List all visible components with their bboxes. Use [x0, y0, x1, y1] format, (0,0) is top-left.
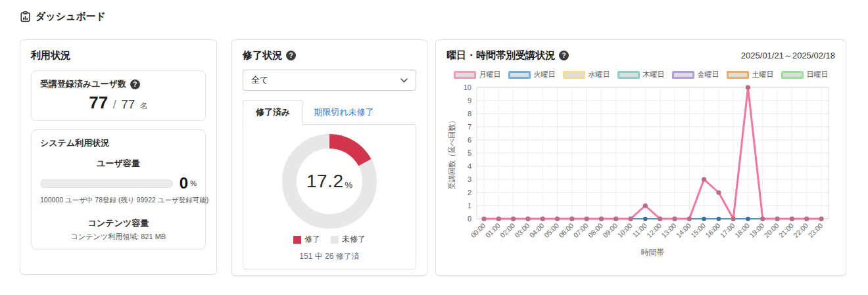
data-point-monday: [555, 216, 560, 221]
content-capacity-caption: コンテンツ利用領域: 821 MB: [40, 232, 197, 242]
tab-completed[interactable]: 修了済み: [243, 100, 303, 125]
data-point-tuesday: [643, 217, 647, 221]
legend-label-thursday: 木曜日: [643, 70, 665, 79]
data-point-monday: [481, 216, 486, 221]
completion-donut-chart: 17.2 %: [280, 132, 379, 231]
svg-text:22:00: 22:00: [792, 221, 809, 239]
y-tick-label: 4: [468, 162, 471, 170]
help-icon[interactable]: [286, 51, 296, 60]
legend-swatch-wednesday: [563, 71, 585, 79]
svg-text:03:00: 03:00: [513, 221, 531, 239]
tab-expired-incomplete[interactable]: 期限切れ未修了: [303, 101, 384, 124]
x-tick-label: 13:00: [660, 221, 677, 239]
data-point-monday: [658, 216, 662, 221]
data-point-monday: [614, 216, 618, 221]
x-tick-label: 22:00: [792, 221, 809, 239]
svg-text:15:00: 15:00: [689, 221, 707, 239]
registered-users-unit: 名: [140, 101, 148, 110]
svg-text:14:00: 14:00: [675, 221, 692, 239]
user-capacity-percent-unit: %: [190, 179, 197, 187]
page-header: ダッシュボード: [20, 11, 106, 23]
data-point-monday: [541, 216, 545, 221]
y-tick-label: 1: [468, 202, 471, 210]
data-point-monday: [511, 216, 516, 221]
data-point-monday: [643, 203, 648, 208]
svg-text:06:00: 06:00: [557, 221, 575, 239]
data-point-monday: [687, 216, 692, 221]
y-tick-label: 6: [468, 136, 471, 144]
usage-panel: 利用状況 受講登録済みユーザ数 77 / 77 名 システム利用状況 ユーザ容量…: [20, 39, 217, 275]
legend-label-tuesday: 火曜日: [534, 70, 556, 79]
data-point-monday: [628, 216, 633, 221]
x-tick-label: 12:00: [645, 221, 663, 239]
x-tick-label: 17:00: [719, 221, 736, 239]
x-tick-label: 08:00: [587, 221, 604, 239]
legend-item-thursday[interactable]: 木曜日: [617, 70, 665, 79]
x-tick-label: 06:00: [557, 221, 575, 239]
legend-item-monday[interactable]: 月曜日: [454, 70, 501, 79]
system-usage-card: システム利用状況 ユーザ容量 0 % 100000 ユーザ中 78登録 (残り …: [31, 129, 206, 250]
svg-text:13:00: 13:00: [660, 221, 677, 239]
data-point-monday: [790, 216, 794, 221]
registered-users-value: 77 / 77 名: [40, 93, 197, 113]
legend-item-tuesday[interactable]: 火曜日: [508, 70, 556, 79]
user-capacity-label: ユーザ容量: [40, 158, 197, 170]
completion-filter-value: 全て: [251, 74, 268, 86]
legend-label-wednesday: 水曜日: [589, 70, 610, 79]
x-tick-label: 03:00: [513, 221, 531, 239]
y-tick-label: 2: [468, 189, 471, 196]
donut-center-label: 17.2 %: [280, 132, 379, 231]
data-point-monday: [716, 190, 721, 194]
x-tick-label: 11:00: [631, 221, 648, 239]
svg-text:19:00: 19:00: [748, 221, 765, 239]
system-usage-title: システム利用状況: [40, 137, 197, 149]
incomplete-label: 未修了: [342, 234, 366, 245]
incomplete-swatch: [331, 236, 339, 244]
svg-text:21:00: 21:00: [777, 221, 795, 239]
data-point-monday: [569, 216, 574, 221]
data-point-tuesday: [717, 217, 721, 221]
completion-panel-title: 修了状況: [243, 49, 282, 62]
x-tick-label: 10:00: [615, 221, 633, 239]
completion-panel: 修了状況 全て 修了済み 期限切れ未修了 17.2 % 修了 未修了: [231, 39, 427, 276]
completed-label: 修了: [304, 234, 320, 245]
completion-tab-content: 17.2 % 修了 未修了 151 中 26 修了済: [243, 124, 416, 269]
data-point-monday: [672, 216, 677, 221]
svg-text:12:00: 12:00: [645, 221, 663, 239]
completion-filter-select[interactable]: 全て: [243, 70, 416, 91]
completion-tabs: 修了済み 期限切れ未修了: [243, 100, 416, 124]
svg-text:17:00: 17:00: [719, 221, 736, 239]
data-point-monday: [525, 216, 530, 221]
svg-text:20:00: 20:00: [762, 221, 780, 239]
help-icon[interactable]: [130, 79, 140, 89]
schedule-panel: 曜日・時間帯別受講状況 2025/01/21～2025/02/18 月曜日火曜日…: [435, 39, 846, 276]
svg-text:08:00: 08:00: [587, 221, 604, 239]
legend-label-friday: 金曜日: [698, 70, 719, 79]
svg-text:18:00: 18:00: [733, 221, 751, 239]
legend-swatch-monday: [454, 71, 476, 79]
legend-item-friday[interactable]: 金曜日: [672, 70, 719, 79]
dashboard-icon: [20, 11, 31, 22]
x-tick-label: 16:00: [704, 221, 721, 239]
line-chart-svg: 01234567891000:0001:0002:0003:0004:0005:…: [446, 82, 836, 266]
legend-item-sunday[interactable]: 日曜日: [781, 70, 829, 79]
legend-item-saturday[interactable]: 土曜日: [727, 70, 774, 79]
legend-swatch-tuesday: [508, 71, 531, 79]
data-point-monday: [599, 216, 604, 221]
help-icon[interactable]: [559, 51, 569, 60]
weekday-time-chart: 01234567891000:0001:0002:0003:0004:0005:…: [446, 82, 835, 269]
svg-text:23:00: 23:00: [806, 221, 824, 239]
donut-percent-unit: %: [345, 180, 352, 190]
legend-item-wednesday[interactable]: 水曜日: [563, 70, 610, 79]
completed-swatch: [293, 236, 301, 244]
legend-swatch-thursday: [617, 71, 640, 79]
y-tick-label: 5: [468, 149, 471, 157]
y-tick-label: 7: [468, 123, 471, 131]
registered-users-total: 77: [121, 97, 135, 111]
data-point-monday: [496, 216, 501, 221]
svg-text:02:00: 02:00: [498, 221, 516, 239]
usage-panel-title: 利用状況: [31, 49, 206, 62]
data-point-monday: [746, 85, 750, 89]
data-point-monday: [819, 216, 823, 221]
legend-label-monday: 月曜日: [479, 70, 501, 79]
